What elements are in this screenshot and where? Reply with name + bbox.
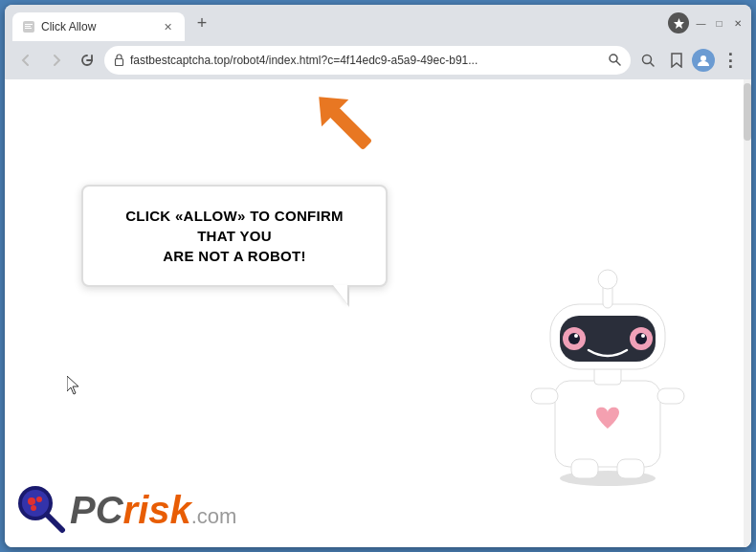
tab-favicon [22, 20, 35, 33]
svg-rect-18 [571, 459, 598, 478]
extension-icon[interactable] [668, 12, 689, 33]
pcrisk-icon [14, 482, 66, 538]
svg-rect-2 [25, 26, 31, 27]
url-text: fastbestcaptcha.top/robot4/index.html?c=… [130, 54, 602, 67]
svg-rect-16 [531, 388, 558, 404]
dotcom-text: .com [191, 504, 237, 529]
menu-button[interactable]: ⋮ [717, 47, 744, 74]
svg-line-7 [616, 61, 620, 65]
svg-point-29 [574, 334, 578, 338]
svg-point-30 [641, 334, 645, 338]
svg-line-9 [651, 63, 655, 67]
profile-button[interactable] [692, 49, 715, 72]
scrollbar-thumb[interactable] [744, 83, 751, 141]
browser-window: Click Allow ✕ + — □ ✕ [5, 5, 751, 547]
toolbar-icons: ⋮ [634, 47, 744, 74]
speech-bubble: CLICK «ALLOW» TO CONFIRM THAT YOU ARE NO… [81, 185, 388, 287]
svg-rect-3 [25, 28, 32, 29]
svg-marker-4 [674, 18, 684, 29]
svg-rect-17 [657, 388, 684, 404]
svg-rect-1 [25, 24, 33, 25]
maximize-button[interactable]: □ [713, 17, 725, 30]
svg-marker-31 [67, 376, 78, 394]
window-controls: — □ ✕ [668, 12, 744, 33]
svg-rect-5 [116, 58, 123, 65]
svg-point-35 [36, 497, 42, 502]
mouse-cursor [67, 376, 80, 395]
bubble-text: CLICK «ALLOW» TO CONFIRM THAT YOU ARE NO… [112, 206, 357, 266]
scrollbar[interactable] [744, 79, 751, 547]
svg-rect-12 [329, 107, 372, 150]
page-content: CLICK «ALLOW» TO CONFIRM THAT YOU ARE NO… [5, 79, 751, 547]
svg-point-27 [568, 333, 580, 344]
svg-line-37 [47, 515, 62, 530]
risk-text: risk [123, 489, 191, 532]
robot-illustration [522, 237, 694, 490]
svg-point-34 [28, 497, 35, 505]
toolbar: fastbestcaptcha.top/robot4/index.html?c=… [5, 41, 751, 79]
new-tab-button[interactable]: + [189, 10, 215, 36]
minimize-button[interactable]: — [695, 17, 707, 30]
forward-button[interactable] [43, 47, 70, 74]
reload-button[interactable] [74, 47, 100, 74]
lock-icon [114, 54, 124, 68]
pcrisk-logo: PC risk .com [14, 482, 236, 538]
search-icon-button[interactable] [634, 47, 661, 74]
back-button[interactable] [12, 47, 39, 74]
svg-point-11 [700, 55, 706, 61]
svg-point-36 [31, 505, 36, 511]
svg-point-28 [635, 333, 647, 344]
svg-marker-10 [672, 54, 681, 67]
orange-arrow [311, 89, 388, 166]
bookmark-icon-button[interactable] [663, 47, 690, 74]
svg-rect-19 [617, 459, 644, 478]
active-tab[interactable]: Click Allow ✕ [12, 12, 185, 41]
pcrisk-text-group: PC risk .com [70, 489, 236, 532]
close-button[interactable]: ✕ [731, 17, 744, 30]
pc-text: PC [70, 489, 123, 532]
svg-point-23 [598, 270, 617, 289]
tab-area: Click Allow ✕ + [12, 5, 664, 41]
tab-close-button[interactable]: ✕ [160, 19, 175, 34]
search-address-icon[interactable] [608, 53, 621, 69]
tab-title: Click Allow [41, 20, 154, 33]
svg-point-33 [22, 490, 49, 517]
title-bar: Click Allow ✕ + — □ ✕ [5, 5, 751, 41]
address-bar[interactable]: fastbestcaptcha.top/robot4/index.html?c=… [104, 46, 631, 75]
